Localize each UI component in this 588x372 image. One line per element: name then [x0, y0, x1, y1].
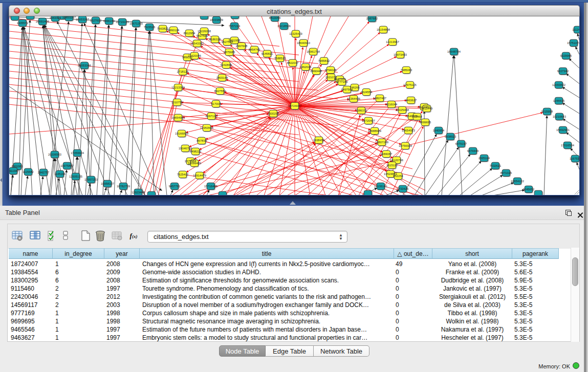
svg-text:6479197: 6479197 — [455, 142, 467, 145]
svg-text:10807487: 10807487 — [373, 97, 386, 100]
svg-text:12213967: 12213967 — [386, 40, 399, 43]
svg-text:2942757: 2942757 — [38, 171, 50, 174]
svg-text:8186328: 8186328 — [209, 38, 221, 41]
svg-text:12505135: 12505135 — [69, 175, 82, 178]
svg-text:10025458: 10025458 — [396, 108, 409, 112]
svg-text:7955812: 7955812 — [318, 59, 330, 62]
svg-text:17975115: 17975115 — [403, 83, 416, 86]
svg-text:6794028: 6794028 — [325, 69, 337, 72]
svg-text:9777169: 9777169 — [336, 80, 348, 83]
svg-text:12213369: 12213369 — [171, 86, 185, 89]
svg-text:9474444: 9474444 — [467, 149, 479, 152]
svg-text:16914479: 16914479 — [193, 174, 206, 177]
svg-text:758464: 758464 — [412, 115, 422, 118]
svg-text:18807249: 18807249 — [375, 141, 388, 144]
svg-text:1938454: 1938454 — [313, 139, 325, 142]
svg-text:1167533: 1167533 — [570, 157, 579, 160]
svg-text:1010755: 1010755 — [171, 101, 183, 104]
svg-text:8990448: 8990448 — [311, 70, 322, 73]
svg-text:2718126: 2718126 — [177, 70, 189, 73]
svg-text:16120746: 16120746 — [390, 159, 403, 162]
svg-text:9215958: 9215958 — [541, 110, 553, 113]
svg-text:1905571: 1905571 — [17, 21, 29, 25]
svg-text:7625402: 7625402 — [177, 173, 189, 176]
svg-text:17359924: 17359924 — [71, 151, 84, 155]
svg-text:12093822: 12093822 — [552, 83, 565, 86]
svg-text:10973493: 10973493 — [394, 53, 407, 56]
svg-text:2300295: 2300295 — [268, 112, 279, 115]
svg-text:10719155: 10719155 — [116, 20, 129, 24]
svg-text:7663822: 7663822 — [157, 27, 169, 30]
svg-text:9084067: 9084067 — [381, 152, 393, 156]
svg-text:2967608: 2967608 — [236, 45, 248, 48]
svg-text:9815449: 9815449 — [421, 107, 433, 110]
svg-text:8813054: 8813054 — [269, 16, 281, 19]
svg-text:19166829: 19166829 — [175, 132, 188, 135]
svg-text:10853267: 10853267 — [62, 16, 76, 19]
svg-text:917004: 917004 — [211, 102, 221, 105]
svg-text:9146821: 9146821 — [262, 52, 273, 55]
svg-text:1733426: 1733426 — [397, 187, 409, 190]
svg-text:1640954: 1640954 — [433, 129, 445, 132]
svg-text:1145194: 1145194 — [54, 172, 66, 176]
svg-text:19218506: 19218506 — [277, 25, 291, 28]
svg-text:7632621: 7632621 — [490, 164, 502, 167]
svg-text:10671355: 10671355 — [129, 22, 143, 25]
svg-text:19654923: 19654923 — [402, 129, 415, 132]
svg-text:9827500: 9827500 — [197, 34, 208, 37]
svg-text:7515526: 7515526 — [144, 26, 156, 29]
svg-text:1527602: 1527602 — [90, 19, 102, 22]
svg-text:12923448: 12923448 — [132, 191, 145, 194]
svg-text:17016504: 17016504 — [561, 144, 575, 147]
svg-text:16961758: 16961758 — [307, 50, 320, 53]
svg-text:16033809: 16033809 — [210, 18, 223, 21]
svg-text:21364436: 21364436 — [347, 97, 360, 100]
svg-text:5461998: 5461998 — [229, 39, 241, 42]
svg-text:15226058: 15226058 — [198, 30, 211, 33]
svg-text:20206563: 20206563 — [48, 153, 61, 156]
svg-text:10210643: 10210643 — [553, 115, 566, 118]
svg-text:1362615: 1362615 — [300, 65, 312, 69]
svg-text:15720407: 15720407 — [362, 119, 375, 122]
svg-text:2803144: 2803144 — [216, 76, 228, 79]
svg-text:22420046: 22420046 — [188, 54, 201, 57]
svg-text:10654122: 10654122 — [511, 180, 524, 183]
svg-text:1112473: 1112473 — [572, 28, 579, 31]
svg-text:19756928: 19756928 — [399, 144, 412, 147]
svg-text:15692901: 15692901 — [556, 128, 570, 132]
svg-text:8912954: 8912954 — [184, 32, 195, 35]
svg-text:17957253: 17957253 — [84, 178, 98, 181]
svg-text:3624554: 3624554 — [361, 91, 373, 94]
svg-text:9699695: 9699695 — [420, 121, 431, 124]
svg-text:6466160: 6466160 — [103, 19, 115, 23]
svg-text:16782759: 16782759 — [117, 185, 130, 188]
svg-text:19654963: 19654963 — [171, 116, 185, 119]
svg-text:12353594: 12353594 — [200, 126, 214, 129]
svg-text:9360124: 9360124 — [168, 29, 180, 32]
svg-text:8454749: 8454749 — [249, 48, 260, 51]
svg-text:8471026: 8471026 — [500, 171, 512, 174]
svg-text:9242845: 9242845 — [221, 63, 232, 67]
svg-text:20691406: 20691406 — [36, 20, 49, 23]
svg-text:2087682: 2087682 — [366, 17, 378, 20]
svg-text:8267130: 8267130 — [206, 115, 217, 118]
svg-text:14099489: 14099489 — [188, 162, 201, 165]
svg-text:18640910: 18640910 — [297, 41, 310, 45]
svg-text:6216044: 6216044 — [386, 103, 398, 106]
svg-text:7485063: 7485063 — [401, 69, 412, 72]
svg-text:9463627: 9463627 — [405, 99, 417, 102]
svg-text:867833: 867833 — [197, 139, 206, 142]
svg-text:1663324: 1663324 — [50, 16, 61, 19]
svg-text:5938923: 5938923 — [445, 135, 456, 138]
svg-text:16154808: 16154808 — [377, 28, 390, 31]
svg-text:8822037: 8822037 — [287, 61, 299, 64]
svg-text:9329966: 9329966 — [560, 54, 572, 57]
svg-text:2935114: 2935114 — [478, 157, 490, 160]
svg-text:14136141: 14136141 — [374, 185, 387, 188]
svg-text:8501961: 8501961 — [12, 165, 24, 168]
svg-text:16543382: 16543382 — [190, 42, 204, 45]
svg-text:f(x): f(x) — [130, 232, 138, 239]
svg-text:10653267: 10653267 — [76, 18, 89, 21]
svg-text:1115682: 1115682 — [23, 170, 34, 173]
svg-text:9457791: 9457791 — [169, 185, 181, 188]
